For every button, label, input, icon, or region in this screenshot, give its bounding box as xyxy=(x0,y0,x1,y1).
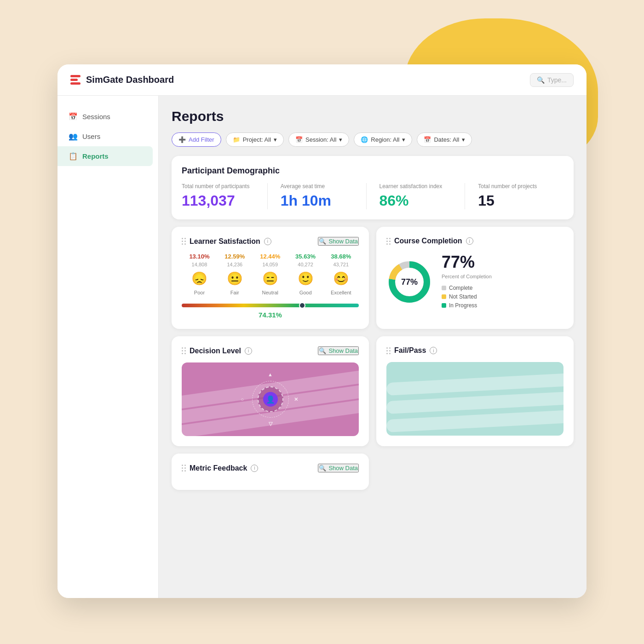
page-title: Reports xyxy=(172,109,574,124)
sat-excellent-count: 43,721 xyxy=(333,262,349,267)
demo-projects: Total number of projects 15 xyxy=(465,183,564,209)
sidebar-item-users[interactable]: 👥 Users xyxy=(58,126,153,146)
decision-level-search-icon: 🔍 xyxy=(319,347,326,354)
dates-chevron-icon: ▾ xyxy=(462,136,465,143)
region-filter-button[interactable]: 🌐 Region: All ▾ xyxy=(354,132,412,147)
project-icon: 📁 xyxy=(233,136,240,143)
metric-feedback-title: Metric Feedback xyxy=(190,464,247,472)
learner-satisfaction-info-icon[interactable]: i xyxy=(264,238,271,245)
sat-good-percent: 35.63% xyxy=(295,253,316,260)
donut-container: 77% 77% Percent of Completion Complete xyxy=(386,253,564,311)
donut-right: 77% Percent of Completion Complete Not S… xyxy=(442,253,564,311)
demographic-title: Participant Demographic xyxy=(182,166,564,176)
donut-center-label: 77% xyxy=(401,277,418,287)
sat-excellent-label: Excellent xyxy=(331,290,351,295)
crosshair-x-label: ✕ xyxy=(294,397,298,402)
decision-visual: 👤 ○ ✕ ▲ ▽ xyxy=(182,362,359,436)
sat-poor-count: 14,808 xyxy=(192,262,207,267)
sat-poor-percent: 13.10% xyxy=(189,253,209,260)
sidebar-reports-label: Reports xyxy=(82,152,109,160)
sat-bar-track xyxy=(182,304,359,307)
course-completion-drag-handle[interactable] xyxy=(386,238,391,245)
search-placeholder: Type... xyxy=(547,76,567,84)
project-filter-button[interactable]: 📁 Project: All ▾ xyxy=(226,132,284,147)
demo-seat-time-label: Average seat time xyxy=(281,183,353,190)
decision-avatar-inner: 👤 xyxy=(263,392,278,407)
legend-in-progress-dot xyxy=(442,303,446,308)
sat-excellent: 38.68% 43,721 😊 Excellent xyxy=(331,253,351,295)
sidebar-item-reports[interactable]: 📋 Reports xyxy=(58,146,153,166)
crosshair-ring: 👤 ○ ✕ ▲ ▽ xyxy=(252,381,289,418)
learner-satisfaction-header: Learner Satisfaction i 🔍 Show Data xyxy=(182,237,359,246)
learner-satisfaction-show-data-button[interactable]: 🔍 Show Data xyxy=(318,237,359,246)
crosshair-bottom-label: ▽ xyxy=(269,421,272,427)
donut-big-percent: 77% xyxy=(442,253,564,272)
sat-fair-percent: 12.59% xyxy=(224,253,245,260)
drag-handle[interactable] xyxy=(182,238,186,245)
donut-subtitle: Percent of Completion xyxy=(442,274,564,279)
metric-feedback-info-icon[interactable]: i xyxy=(251,465,258,472)
donut-chart: 77% xyxy=(386,259,432,305)
course-completion-info-icon[interactable]: i xyxy=(466,237,473,245)
course-completion-card: Course Completion i xyxy=(376,227,574,329)
learner-satisfaction-title: Learner Satisfaction xyxy=(190,237,260,246)
sidebar: 📅 Sessions 👥 Users 📋 Reports xyxy=(58,96,159,598)
satisfaction-bar: 74.31% xyxy=(182,304,359,319)
users-icon: 👥 xyxy=(69,132,78,141)
sat-good-emoji: 🙂 xyxy=(298,271,314,286)
sat-bar-thumb xyxy=(299,302,305,309)
sat-neutral-label: Neutral xyxy=(262,290,278,295)
fail-pass-drag-handle[interactable] xyxy=(386,347,391,354)
search-bar[interactable]: 🔍 Type... xyxy=(530,73,574,87)
learner-satisfaction-card: Learner Satisfaction i 🔍 Show Data 13.10… xyxy=(172,227,369,329)
sat-neutral-percent: 12.44% xyxy=(260,253,280,260)
app-body: 📅 Sessions 👥 Users 📋 Reports Reports ➕ A… xyxy=(58,96,586,598)
sidebar-item-sessions[interactable]: 📅 Sessions xyxy=(58,107,153,126)
satisfaction-grid: 13.10% 14,808 😞 Poor 12.59% 14,236 😐 Fai… xyxy=(182,253,359,295)
logo-bar-1 xyxy=(70,75,80,77)
demo-participants: Total number of participants 113,037 xyxy=(182,183,268,209)
demo-satisfaction-label: Learner satisfaction index xyxy=(380,183,452,190)
sat-poor-emoji: 😞 xyxy=(191,271,207,286)
demo-seat-time-value: 1h 10m xyxy=(281,192,353,209)
decision-level-show-data-button[interactable]: 🔍 Show Data xyxy=(318,346,359,355)
card-title-area: Learner Satisfaction i xyxy=(182,237,271,246)
dates-filter-button[interactable]: 📅 Dates: All ▾ xyxy=(417,132,472,147)
course-completion-title: Course Completion xyxy=(394,237,462,245)
course-completion-header: Course Completion i xyxy=(386,237,564,245)
app-header: SimGate Dashboard 🔍 Type... xyxy=(58,64,586,96)
metric-feedback-drag-handle[interactable] xyxy=(182,465,186,472)
crosshair-top-label: ▲ xyxy=(268,372,273,377)
decision-level-drag-handle[interactable] xyxy=(182,347,186,354)
metric-feedback-title-area: Metric Feedback i xyxy=(182,464,258,472)
region-chevron-icon: ▾ xyxy=(402,136,405,143)
demographic-card: Participant Demographic Total number of … xyxy=(172,156,574,219)
metric-feedback-header: Metric Feedback i 🔍 Show Data xyxy=(182,464,359,472)
metric-feedback-card: Metric Feedback i 🔍 Show Data xyxy=(172,454,369,490)
legend-in-progress: In Progress xyxy=(442,302,564,309)
fail-pass-header: Fail/Pass i xyxy=(386,346,564,355)
sat-good-count: 40,272 xyxy=(298,262,313,267)
fp-stripe-1 xyxy=(386,371,564,396)
learner-satisfaction-show-data-label: Show Data xyxy=(328,238,358,245)
crosshair-o-label: ○ xyxy=(241,397,244,402)
session-filter-button[interactable]: 📅 Session: All ▾ xyxy=(288,132,349,147)
decision-level-card: Decision Level i 🔍 Show Data xyxy=(172,336,369,446)
fail-pass-title: Fail/Pass xyxy=(394,346,426,355)
sat-excellent-percent: 38.68% xyxy=(331,253,351,260)
fail-pass-info-icon[interactable]: i xyxy=(430,347,437,354)
legend-complete-label: Complete xyxy=(449,285,472,291)
add-filter-label: Add Filter xyxy=(189,136,214,143)
decision-level-info-icon[interactable]: i xyxy=(245,347,252,355)
add-filter-button[interactable]: ➕ Add Filter xyxy=(172,132,221,147)
dates-icon: 📅 xyxy=(424,136,431,143)
sat-fair-label: Fair xyxy=(230,290,239,295)
decision-level-show-data-label: Show Data xyxy=(328,347,358,354)
legend-not-started: Not Started xyxy=(442,293,564,300)
logo-bar-3 xyxy=(70,82,80,85)
legend-not-started-label: Not Started xyxy=(449,293,477,300)
region-filter-label: Region: All xyxy=(371,136,399,143)
sat-poor-label: Poor xyxy=(194,290,205,295)
session-chevron-icon: ▾ xyxy=(339,136,342,143)
metric-feedback-show-data-button[interactable]: 🔍 Show Data xyxy=(318,464,359,472)
